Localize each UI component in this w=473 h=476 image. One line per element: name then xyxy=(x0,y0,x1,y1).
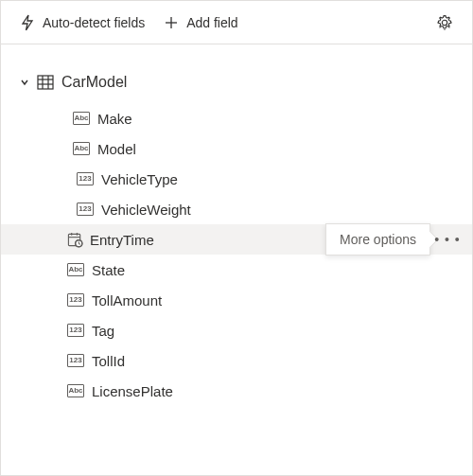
field-row[interactable]: 123VehicleWeight xyxy=(1,194,472,224)
field-name: Tag xyxy=(92,323,114,339)
number-type-icon: 123 xyxy=(67,293,84,307)
field-row[interactable]: 123Tag xyxy=(1,315,472,345)
more-options-button[interactable]: • • • xyxy=(434,226,461,253)
field-row[interactable]: EntryTimeMore options• • • xyxy=(1,224,472,255)
add-field-button[interactable]: Add field xyxy=(156,7,245,39)
table-icon xyxy=(37,75,54,90)
text-type-icon: Abc xyxy=(73,142,90,155)
field-row[interactable]: AbcModel xyxy=(1,133,472,164)
field-list: AbcMakeAbcModel123VehicleType123VehicleW… xyxy=(1,103,472,406)
field-name: TollAmount xyxy=(92,292,162,309)
field-row[interactable]: AbcLicensePlate xyxy=(1,376,472,406)
field-name: Make xyxy=(97,111,132,127)
svg-point-2 xyxy=(442,20,447,25)
text-type-icon: Abc xyxy=(73,112,90,125)
toolbar: Auto-detect fields Add field xyxy=(1,1,472,44)
text-type-icon: Abc xyxy=(67,384,84,397)
fields-panel: Auto-detect fields Add field xyxy=(0,0,473,476)
lightning-icon xyxy=(20,14,35,31)
field-name: VehicleType xyxy=(101,171,178,187)
field-name: Model xyxy=(97,141,136,157)
field-row[interactable]: 123TollId xyxy=(1,345,472,376)
gear-icon xyxy=(436,14,453,31)
auto-detect-label: Auto-detect fields xyxy=(43,15,145,30)
field-row[interactable]: AbcState xyxy=(1,255,472,285)
settings-button[interactable] xyxy=(429,7,461,39)
table-node[interactable]: CarModel xyxy=(1,67,472,97)
number-type-icon: 123 xyxy=(77,203,94,216)
field-name: State xyxy=(92,262,125,278)
panel-body: CarModel AbcMakeAbcModel123VehicleType12… xyxy=(1,44,472,406)
field-name: TollId xyxy=(92,353,125,369)
svg-line-15 xyxy=(79,243,80,244)
field-name: VehicleWeight xyxy=(101,202,191,218)
auto-detect-fields-button[interactable]: Auto-detect fields xyxy=(12,7,152,39)
number-type-icon: 123 xyxy=(77,172,94,185)
add-field-label: Add field xyxy=(186,15,237,30)
field-name: LicensePlate xyxy=(92,383,173,399)
field-name: EntryTime xyxy=(90,232,154,248)
table-name: CarModel xyxy=(61,74,127,91)
plus-icon xyxy=(164,15,179,30)
number-type-icon: 123 xyxy=(67,354,84,367)
number-type-icon: 123 xyxy=(67,324,84,337)
text-type-icon: Abc xyxy=(67,263,84,276)
field-row[interactable]: AbcMake xyxy=(1,103,472,133)
svg-rect-3 xyxy=(38,76,53,89)
field-row[interactable]: 123VehicleType xyxy=(1,164,472,194)
field-row[interactable]: 123TollAmount xyxy=(1,285,472,315)
more-options-tooltip: More options xyxy=(325,223,430,256)
chevron-down-icon xyxy=(18,76,31,89)
datetime-icon xyxy=(67,232,82,247)
